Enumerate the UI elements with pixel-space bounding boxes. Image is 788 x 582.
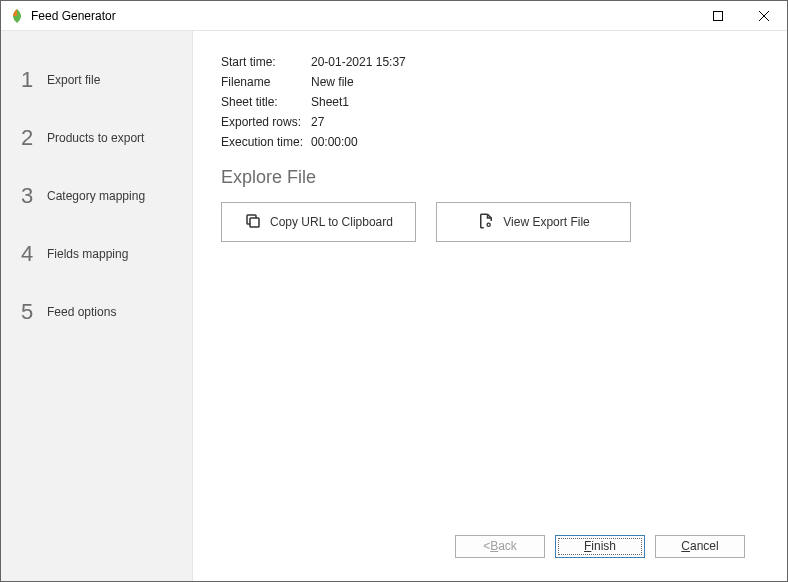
step-label: Feed options bbox=[47, 305, 116, 319]
step-number: 5 bbox=[21, 299, 47, 325]
close-button[interactable] bbox=[741, 1, 787, 31]
spacer bbox=[221, 242, 759, 527]
step-number: 3 bbox=[21, 183, 47, 209]
action-button-row: Copy URL to Clipboard View Export File bbox=[221, 202, 759, 242]
start-time-label: Start time: bbox=[221, 55, 311, 69]
step-feed-options[interactable]: 5 Feed options bbox=[1, 283, 192, 341]
execution-time-value: 00:00:00 bbox=[311, 135, 759, 149]
copy-icon bbox=[244, 212, 262, 233]
step-label: Products to export bbox=[47, 131, 144, 145]
step-label: Fields mapping bbox=[47, 247, 128, 261]
step-export-file[interactable]: 1 Export file bbox=[1, 51, 192, 109]
main-panel: Start time: 20-01-2021 15:37 Filename Ne… bbox=[193, 31, 787, 581]
view-export-button[interactable]: View Export File bbox=[436, 202, 631, 242]
view-export-label: View Export File bbox=[503, 215, 589, 229]
export-summary-table: Start time: 20-01-2021 15:37 Filename Ne… bbox=[221, 55, 759, 149]
body: 1 Export file 2 Products to export 3 Cat… bbox=[1, 31, 787, 581]
wizard-sidebar: 1 Export file 2 Products to export 3 Cat… bbox=[1, 31, 193, 581]
step-category-mapping[interactable]: 3 Category mapping bbox=[1, 167, 192, 225]
step-number: 2 bbox=[21, 125, 47, 151]
exported-rows-value: 27 bbox=[311, 115, 759, 129]
section-heading: Explore File bbox=[221, 167, 759, 188]
sheet-title-value: Sheet1 bbox=[311, 95, 759, 109]
step-number: 4 bbox=[21, 241, 47, 267]
view-file-icon bbox=[477, 212, 495, 233]
exported-rows-label: Exported rows: bbox=[221, 115, 311, 129]
wizard-footer: < Back Finish Cancel bbox=[221, 527, 759, 565]
svg-point-5 bbox=[488, 223, 490, 225]
start-time-value: 20-01-2021 15:37 bbox=[311, 55, 759, 69]
execution-time-label: Execution time: bbox=[221, 135, 311, 149]
app-icon bbox=[9, 8, 25, 24]
svg-rect-3 bbox=[250, 218, 259, 227]
step-number: 1 bbox=[21, 67, 47, 93]
titlebar: Feed Generator bbox=[1, 1, 787, 31]
finish-button[interactable]: Finish bbox=[555, 535, 645, 558]
maximize-button[interactable] bbox=[695, 1, 741, 31]
step-products-to-export[interactable]: 2 Products to export bbox=[1, 109, 192, 167]
cancel-button[interactable]: Cancel bbox=[655, 535, 745, 558]
step-label: Category mapping bbox=[47, 189, 145, 203]
svg-rect-0 bbox=[714, 11, 723, 20]
copy-url-button[interactable]: Copy URL to Clipboard bbox=[221, 202, 416, 242]
back-button[interactable]: < Back bbox=[455, 535, 545, 558]
copy-url-label: Copy URL to Clipboard bbox=[270, 215, 393, 229]
step-label: Export file bbox=[47, 73, 100, 87]
filename-value: New file bbox=[311, 75, 759, 89]
filename-label: Filename bbox=[221, 75, 311, 89]
window-title: Feed Generator bbox=[31, 9, 695, 23]
step-fields-mapping[interactable]: 4 Fields mapping bbox=[1, 225, 192, 283]
sheet-title-label: Sheet title: bbox=[221, 95, 311, 109]
